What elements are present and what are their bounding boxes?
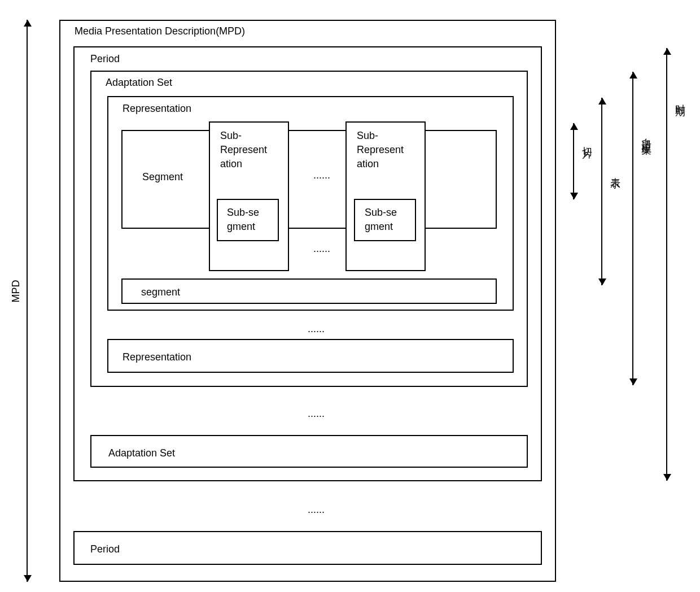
ellipsis-period: ......: [299, 504, 333, 516]
sub-segment-title-2: Sub-se gment: [358, 201, 414, 238]
represent-label: 表示: [609, 169, 622, 174]
representation-title-1: Representation: [116, 98, 198, 119]
period-arrow: [666, 48, 667, 481]
slice-arrow: [573, 123, 574, 199]
sub-segment-title-1: Sub-se gment: [220, 201, 277, 238]
mpd-side-label: MPD: [10, 280, 22, 303]
ellipsis-subrep: ......: [305, 169, 339, 181]
adaptation-set-title-1: Adaptation Set: [99, 72, 179, 93]
period-label: 时期: [673, 96, 687, 101]
segment-title-2: segment: [134, 282, 187, 303]
sub-representation-title-1: Sub-Represent ation: [213, 124, 287, 176]
ellipsis-subseg: ......: [305, 243, 339, 255]
represent-arrow: [601, 98, 602, 285]
ellipsis-representation: ......: [299, 323, 333, 335]
ellipsis-adaptset: ......: [299, 408, 333, 420]
segment-title-1: Segment: [135, 167, 190, 188]
representation-title-2: Representation: [116, 347, 198, 368]
period-box-2: [73, 531, 542, 565]
adaptset-label: 自适应集: [640, 130, 653, 139]
mpd-left-arrow: [27, 20, 28, 582]
period-title-1: Period: [84, 49, 126, 69]
slice-label: 切片: [580, 138, 594, 143]
mpd-title: Media Presentation Description(MPD): [68, 21, 252, 42]
adaptset-arrow: [632, 72, 633, 385]
period-title-2: Period: [84, 539, 126, 560]
adaptation-set-title-2: Adaptation Set: [102, 443, 182, 464]
sub-representation-title-2: Sub-Represent ation: [350, 124, 423, 176]
